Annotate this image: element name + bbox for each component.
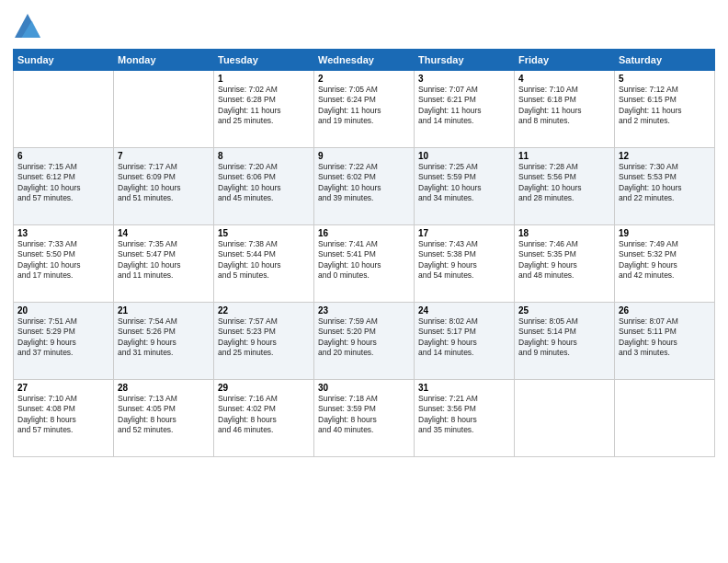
day-cell: 14Sunrise: 7:35 AM Sunset: 5:47 PM Dayli… <box>114 224 214 302</box>
day-info: Sunrise: 7:54 AM Sunset: 5:26 PM Dayligh… <box>118 316 210 359</box>
day-cell: 29Sunrise: 7:16 AM Sunset: 4:02 PM Dayli… <box>214 379 314 456</box>
day-info: Sunrise: 7:49 AM Sunset: 5:32 PM Dayligh… <box>619 239 711 282</box>
day-info: Sunrise: 7:33 AM Sunset: 5:50 PM Dayligh… <box>17 239 109 282</box>
day-info: Sunrise: 7:17 AM Sunset: 6:09 PM Dayligh… <box>118 162 210 204</box>
day-info: Sunrise: 7:38 AM Sunset: 5:44 PM Dayligh… <box>218 239 310 282</box>
day-number: 21 <box>118 305 210 316</box>
day-number: 20 <box>17 305 109 316</box>
day-number: 18 <box>518 228 610 238</box>
day-cell: 8Sunrise: 7:20 AM Sunset: 6:06 PM Daylig… <box>214 147 314 224</box>
day-info: Sunrise: 7:25 AM Sunset: 5:59 PM Dayligh… <box>418 162 510 204</box>
day-cell: 20Sunrise: 7:51 AM Sunset: 5:29 PM Dayli… <box>14 302 114 379</box>
day-number: 7 <box>118 151 210 161</box>
day-info: Sunrise: 7:51 AM Sunset: 5:29 PM Dayligh… <box>17 316 109 359</box>
weekday-header-monday: Monday <box>114 49 214 70</box>
day-cell <box>114 70 214 147</box>
logo-text <box>13 13 40 43</box>
week-row-4: 20Sunrise: 7:51 AM Sunset: 5:29 PM Dayli… <box>14 302 715 379</box>
day-info: Sunrise: 7:18 AM Sunset: 3:59 PM Dayligh… <box>318 394 410 436</box>
day-info: Sunrise: 7:16 AM Sunset: 4:02 PM Dayligh… <box>218 394 310 436</box>
day-cell: 1Sunrise: 7:02 AM Sunset: 6:28 PM Daylig… <box>214 70 314 147</box>
day-info: Sunrise: 7:30 AM Sunset: 5:53 PM Dayligh… <box>619 162 711 204</box>
day-number: 4 <box>518 74 610 84</box>
day-number: 27 <box>17 383 109 393</box>
day-number: 26 <box>619 305 711 316</box>
day-cell: 2Sunrise: 7:05 AM Sunset: 6:24 PM Daylig… <box>314 70 415 147</box>
day-cell: 10Sunrise: 7:25 AM Sunset: 5:59 PM Dayli… <box>415 147 515 224</box>
weekday-header-thursday: Thursday <box>415 49 515 70</box>
day-info: Sunrise: 8:05 AM Sunset: 5:14 PM Dayligh… <box>518 316 610 359</box>
day-cell: 4Sunrise: 7:10 AM Sunset: 6:18 PM Daylig… <box>515 70 615 147</box>
day-cell: 31Sunrise: 7:21 AM Sunset: 3:56 PM Dayli… <box>415 379 515 456</box>
day-number: 24 <box>418 305 510 316</box>
day-number: 31 <box>418 383 510 393</box>
day-info: Sunrise: 8:02 AM Sunset: 5:17 PM Dayligh… <box>418 316 510 359</box>
day-info: Sunrise: 7:28 AM Sunset: 5:56 PM Dayligh… <box>518 162 610 204</box>
day-cell: 16Sunrise: 7:41 AM Sunset: 5:41 PM Dayli… <box>314 224 415 302</box>
day-cell: 19Sunrise: 7:49 AM Sunset: 5:32 PM Dayli… <box>615 224 715 302</box>
header <box>13 9 715 43</box>
day-number: 22 <box>218 305 310 316</box>
day-number: 5 <box>619 74 711 84</box>
day-cell: 9Sunrise: 7:22 AM Sunset: 6:02 PM Daylig… <box>314 147 415 224</box>
week-row-5: 27Sunrise: 7:10 AM Sunset: 4:08 PM Dayli… <box>14 379 715 456</box>
weekday-header-row: SundayMondayTuesdayWednesdayThursdayFrid… <box>14 49 715 70</box>
day-number: 15 <box>218 228 310 238</box>
day-cell: 13Sunrise: 7:33 AM Sunset: 5:50 PM Dayli… <box>14 224 114 302</box>
day-cell: 17Sunrise: 7:43 AM Sunset: 5:38 PM Dayli… <box>415 224 515 302</box>
day-number: 13 <box>17 228 109 238</box>
logo <box>13 13 40 43</box>
week-row-2: 6Sunrise: 7:15 AM Sunset: 6:12 PM Daylig… <box>14 147 715 224</box>
day-cell <box>14 70 114 147</box>
logo-icon <box>15 13 40 39</box>
day-info: Sunrise: 7:10 AM Sunset: 6:18 PM Dayligh… <box>518 85 610 127</box>
weekday-header-wednesday: Wednesday <box>314 49 415 70</box>
day-info: Sunrise: 7:05 AM Sunset: 6:24 PM Dayligh… <box>318 85 410 127</box>
day-number: 3 <box>418 74 510 84</box>
day-cell: 27Sunrise: 7:10 AM Sunset: 4:08 PM Dayli… <box>14 379 114 456</box>
day-cell: 22Sunrise: 7:57 AM Sunset: 5:23 PM Dayli… <box>214 302 314 379</box>
weekday-header-saturday: Saturday <box>615 49 715 70</box>
day-cell: 30Sunrise: 7:18 AM Sunset: 3:59 PM Dayli… <box>314 379 415 456</box>
weekday-header-friday: Friday <box>515 49 615 70</box>
day-info: Sunrise: 8:07 AM Sunset: 5:11 PM Dayligh… <box>619 316 711 359</box>
day-cell: 11Sunrise: 7:28 AM Sunset: 5:56 PM Dayli… <box>515 147 615 224</box>
day-cell: 24Sunrise: 8:02 AM Sunset: 5:17 PM Dayli… <box>415 302 515 379</box>
day-number: 17 <box>418 228 510 238</box>
day-info: Sunrise: 7:07 AM Sunset: 6:21 PM Dayligh… <box>418 85 510 127</box>
weekday-header-tuesday: Tuesday <box>214 49 314 70</box>
day-cell: 25Sunrise: 8:05 AM Sunset: 5:14 PM Dayli… <box>515 302 615 379</box>
day-number: 14 <box>118 228 210 238</box>
day-info: Sunrise: 7:02 AM Sunset: 6:28 PM Dayligh… <box>218 85 310 127</box>
day-cell: 5Sunrise: 7:12 AM Sunset: 6:15 PM Daylig… <box>615 70 715 147</box>
day-cell: 6Sunrise: 7:15 AM Sunset: 6:12 PM Daylig… <box>14 147 114 224</box>
day-number: 11 <box>518 151 610 161</box>
day-cell: 18Sunrise: 7:46 AM Sunset: 5:35 PM Dayli… <box>515 224 615 302</box>
day-info: Sunrise: 7:43 AM Sunset: 5:38 PM Dayligh… <box>418 239 510 282</box>
day-number: 10 <box>418 151 510 161</box>
day-info: Sunrise: 7:59 AM Sunset: 5:20 PM Dayligh… <box>318 316 410 359</box>
day-number: 6 <box>17 151 109 161</box>
day-info: Sunrise: 7:15 AM Sunset: 6:12 PM Dayligh… <box>17 162 109 204</box>
day-number: 2 <box>318 74 410 84</box>
day-cell: 3Sunrise: 7:07 AM Sunset: 6:21 PM Daylig… <box>415 70 515 147</box>
day-info: Sunrise: 7:12 AM Sunset: 6:15 PM Dayligh… <box>619 85 711 127</box>
day-number: 1 <box>218 74 310 84</box>
day-info: Sunrise: 7:22 AM Sunset: 6:02 PM Dayligh… <box>318 162 410 204</box>
day-number: 30 <box>318 383 410 393</box>
day-cell: 15Sunrise: 7:38 AM Sunset: 5:44 PM Dayli… <box>214 224 314 302</box>
day-cell: 26Sunrise: 8:07 AM Sunset: 5:11 PM Dayli… <box>615 302 715 379</box>
day-number: 29 <box>218 383 310 393</box>
calendar-table: SundayMondayTuesdayWednesdayThursdayFrid… <box>13 49 715 457</box>
day-info: Sunrise: 7:20 AM Sunset: 6:06 PM Dayligh… <box>218 162 310 204</box>
day-info: Sunrise: 7:57 AM Sunset: 5:23 PM Dayligh… <box>218 316 310 359</box>
day-number: 28 <box>118 383 210 393</box>
day-cell <box>515 379 615 456</box>
day-info: Sunrise: 7:41 AM Sunset: 5:41 PM Dayligh… <box>318 239 410 282</box>
week-row-1: 1Sunrise: 7:02 AM Sunset: 6:28 PM Daylig… <box>14 70 715 147</box>
day-number: 9 <box>318 151 410 161</box>
day-number: 19 <box>619 228 711 238</box>
day-number: 23 <box>318 305 410 316</box>
day-cell: 7Sunrise: 7:17 AM Sunset: 6:09 PM Daylig… <box>114 147 214 224</box>
day-info: Sunrise: 7:13 AM Sunset: 4:05 PM Dayligh… <box>118 394 210 436</box>
